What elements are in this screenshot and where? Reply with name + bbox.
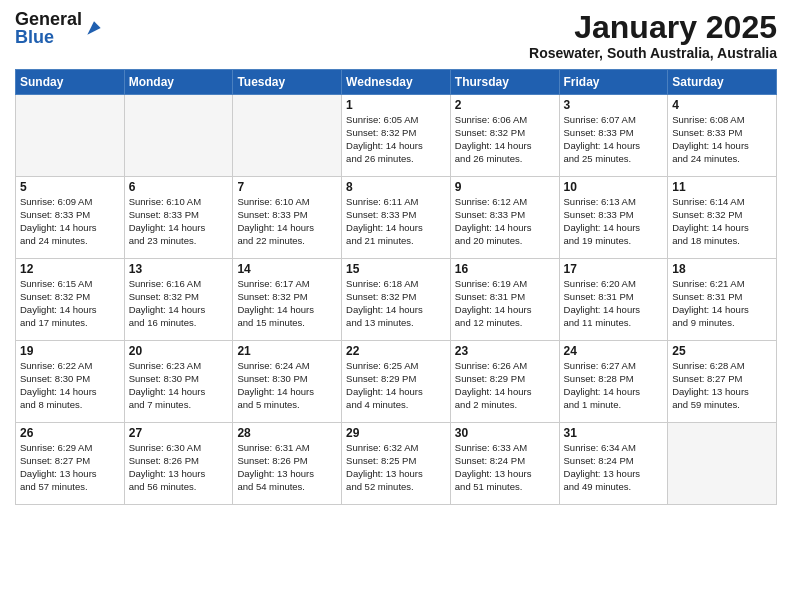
logo-blue: Blue [15,27,54,47]
page-subtitle: Rosewater, South Australia, Australia [529,45,777,61]
day-info: Sunrise: 6:07 AMSunset: 8:33 PMDaylight:… [564,114,664,165]
week-row-5: 26Sunrise: 6:29 AMSunset: 8:27 PMDayligh… [16,423,777,505]
day-number: 1 [346,98,446,112]
calendar-cell: 8Sunrise: 6:11 AMSunset: 8:33 PMDaylight… [342,177,451,259]
calendar-table: SundayMondayTuesdayWednesdayThursdayFrid… [15,69,777,505]
day-info: Sunrise: 6:33 AMSunset: 8:24 PMDaylight:… [455,442,555,493]
calendar-cell: 5Sunrise: 6:09 AMSunset: 8:33 PMDaylight… [16,177,125,259]
day-info: Sunrise: 6:15 AMSunset: 8:32 PMDaylight:… [20,278,120,329]
day-info: Sunrise: 6:31 AMSunset: 8:26 PMDaylight:… [237,442,337,493]
calendar-cell: 28Sunrise: 6:31 AMSunset: 8:26 PMDayligh… [233,423,342,505]
day-info: Sunrise: 6:26 AMSunset: 8:29 PMDaylight:… [455,360,555,411]
calendar-cell: 14Sunrise: 6:17 AMSunset: 8:32 PMDayligh… [233,259,342,341]
day-info: Sunrise: 6:06 AMSunset: 8:32 PMDaylight:… [455,114,555,165]
day-number: 24 [564,344,664,358]
calendar-cell: 19Sunrise: 6:22 AMSunset: 8:30 PMDayligh… [16,341,125,423]
day-number: 22 [346,344,446,358]
calendar-cell: 13Sunrise: 6:16 AMSunset: 8:32 PMDayligh… [124,259,233,341]
calendar-cell [124,95,233,177]
day-number: 3 [564,98,664,112]
day-info: Sunrise: 6:20 AMSunset: 8:31 PMDaylight:… [564,278,664,329]
day-number: 26 [20,426,120,440]
weekday-tuesday: Tuesday [233,70,342,95]
calendar-cell [233,95,342,177]
calendar-cell: 11Sunrise: 6:14 AMSunset: 8:32 PMDayligh… [668,177,777,259]
calendar-cell: 18Sunrise: 6:21 AMSunset: 8:31 PMDayligh… [668,259,777,341]
week-row-3: 12Sunrise: 6:15 AMSunset: 8:32 PMDayligh… [16,259,777,341]
day-info: Sunrise: 6:19 AMSunset: 8:31 PMDaylight:… [455,278,555,329]
logo-general: General [15,9,82,29]
day-number: 31 [564,426,664,440]
day-number: 6 [129,180,229,194]
calendar-cell: 10Sunrise: 6:13 AMSunset: 8:33 PMDayligh… [559,177,668,259]
calendar-cell: 22Sunrise: 6:25 AMSunset: 8:29 PMDayligh… [342,341,451,423]
day-info: Sunrise: 6:12 AMSunset: 8:33 PMDaylight:… [455,196,555,247]
day-info: Sunrise: 6:09 AMSunset: 8:33 PMDaylight:… [20,196,120,247]
day-info: Sunrise: 6:16 AMSunset: 8:32 PMDaylight:… [129,278,229,329]
weekday-monday: Monday [124,70,233,95]
calendar-cell: 27Sunrise: 6:30 AMSunset: 8:26 PMDayligh… [124,423,233,505]
calendar-cell: 24Sunrise: 6:27 AMSunset: 8:28 PMDayligh… [559,341,668,423]
day-number: 16 [455,262,555,276]
week-row-2: 5Sunrise: 6:09 AMSunset: 8:33 PMDaylight… [16,177,777,259]
day-info: Sunrise: 6:17 AMSunset: 8:32 PMDaylight:… [237,278,337,329]
logo-icon [84,18,104,38]
calendar-cell: 12Sunrise: 6:15 AMSunset: 8:32 PMDayligh… [16,259,125,341]
page: General Blue January 2025 Rosewater, Sou… [0,0,792,612]
day-number: 17 [564,262,664,276]
day-number: 29 [346,426,446,440]
day-info: Sunrise: 6:14 AMSunset: 8:32 PMDaylight:… [672,196,772,247]
week-row-1: 1Sunrise: 6:05 AMSunset: 8:32 PMDaylight… [16,95,777,177]
day-info: Sunrise: 6:11 AMSunset: 8:33 PMDaylight:… [346,196,446,247]
calendar-cell: 29Sunrise: 6:32 AMSunset: 8:25 PMDayligh… [342,423,451,505]
calendar-cell: 31Sunrise: 6:34 AMSunset: 8:24 PMDayligh… [559,423,668,505]
weekday-saturday: Saturday [668,70,777,95]
day-info: Sunrise: 6:34 AMSunset: 8:24 PMDaylight:… [564,442,664,493]
day-number: 21 [237,344,337,358]
day-info: Sunrise: 6:28 AMSunset: 8:27 PMDaylight:… [672,360,772,411]
day-info: Sunrise: 6:10 AMSunset: 8:33 PMDaylight:… [237,196,337,247]
day-info: Sunrise: 6:25 AMSunset: 8:29 PMDaylight:… [346,360,446,411]
svg-marker-0 [87,21,100,34]
day-number: 7 [237,180,337,194]
day-number: 25 [672,344,772,358]
day-info: Sunrise: 6:13 AMSunset: 8:33 PMDaylight:… [564,196,664,247]
calendar-cell: 23Sunrise: 6:26 AMSunset: 8:29 PMDayligh… [450,341,559,423]
day-info: Sunrise: 6:29 AMSunset: 8:27 PMDaylight:… [20,442,120,493]
calendar-cell: 7Sunrise: 6:10 AMSunset: 8:33 PMDaylight… [233,177,342,259]
page-title: January 2025 [529,10,777,45]
day-info: Sunrise: 6:23 AMSunset: 8:30 PMDaylight:… [129,360,229,411]
day-number: 19 [20,344,120,358]
day-number: 30 [455,426,555,440]
day-number: 9 [455,180,555,194]
title-block: January 2025 Rosewater, South Australia,… [529,10,777,61]
calendar-cell: 30Sunrise: 6:33 AMSunset: 8:24 PMDayligh… [450,423,559,505]
day-info: Sunrise: 6:10 AMSunset: 8:33 PMDaylight:… [129,196,229,247]
day-info: Sunrise: 6:27 AMSunset: 8:28 PMDaylight:… [564,360,664,411]
calendar-cell: 6Sunrise: 6:10 AMSunset: 8:33 PMDaylight… [124,177,233,259]
day-number: 2 [455,98,555,112]
day-number: 4 [672,98,772,112]
day-info: Sunrise: 6:32 AMSunset: 8:25 PMDaylight:… [346,442,446,493]
day-number: 14 [237,262,337,276]
day-info: Sunrise: 6:22 AMSunset: 8:30 PMDaylight:… [20,360,120,411]
day-info: Sunrise: 6:18 AMSunset: 8:32 PMDaylight:… [346,278,446,329]
calendar-cell: 25Sunrise: 6:28 AMSunset: 8:27 PMDayligh… [668,341,777,423]
calendar-cell: 9Sunrise: 6:12 AMSunset: 8:33 PMDaylight… [450,177,559,259]
weekday-thursday: Thursday [450,70,559,95]
day-number: 18 [672,262,772,276]
calendar-cell: 21Sunrise: 6:24 AMSunset: 8:30 PMDayligh… [233,341,342,423]
day-info: Sunrise: 6:08 AMSunset: 8:33 PMDaylight:… [672,114,772,165]
day-number: 15 [346,262,446,276]
logo: General Blue [15,10,104,46]
day-number: 13 [129,262,229,276]
day-number: 20 [129,344,229,358]
weekday-sunday: Sunday [16,70,125,95]
weekday-wednesday: Wednesday [342,70,451,95]
header: General Blue January 2025 Rosewater, Sou… [15,10,777,61]
calendar-cell: 15Sunrise: 6:18 AMSunset: 8:32 PMDayligh… [342,259,451,341]
weekday-header-row: SundayMondayTuesdayWednesdayThursdayFrid… [16,70,777,95]
calendar-cell: 20Sunrise: 6:23 AMSunset: 8:30 PMDayligh… [124,341,233,423]
day-number: 10 [564,180,664,194]
calendar-cell: 3Sunrise: 6:07 AMSunset: 8:33 PMDaylight… [559,95,668,177]
